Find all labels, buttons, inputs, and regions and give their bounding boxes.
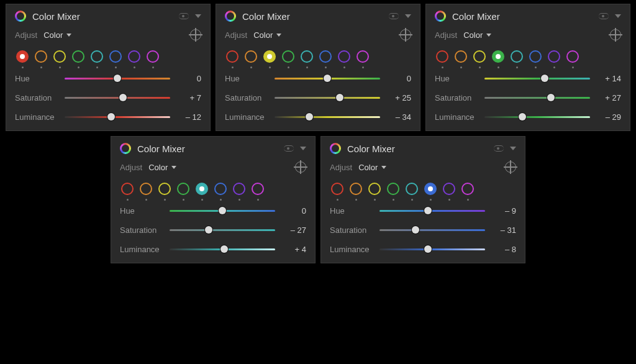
color-swatch-0[interactable] xyxy=(331,183,343,195)
targeted-adjustment-icon[interactable] xyxy=(505,162,516,173)
adjust-dropdown[interactable]: Color xyxy=(253,30,281,40)
sat-slider[interactable] xyxy=(379,229,485,231)
color-swatches xyxy=(15,48,201,65)
hue-slider[interactable] xyxy=(484,78,590,80)
adjust-dropdown[interactable]: Color xyxy=(148,163,176,172)
adjust-dropdown[interactable]: Color xyxy=(43,30,71,40)
targeted-adjustment-icon[interactable] xyxy=(610,29,621,40)
hue-thumb[interactable] xyxy=(114,75,121,82)
color-swatch-0[interactable] xyxy=(226,50,238,63)
panel-menu-icon[interactable] xyxy=(615,14,621,18)
visibility-icon[interactable] xyxy=(179,13,189,19)
sat-slider[interactable] xyxy=(65,97,170,99)
color-swatch-3[interactable] xyxy=(177,183,189,195)
panel-menu-icon[interactable] xyxy=(195,14,201,18)
color-swatch-4[interactable] xyxy=(91,50,103,63)
color-swatch-3[interactable] xyxy=(282,50,294,63)
chevron-down-icon xyxy=(171,166,176,169)
hue-slider[interactable] xyxy=(275,78,380,80)
color-swatch-3[interactable] xyxy=(387,183,399,195)
lum-slider[interactable] xyxy=(275,116,380,118)
color-swatch-1[interactable] xyxy=(455,50,467,63)
color-swatch-0[interactable] xyxy=(121,183,134,195)
color-swatch-5[interactable] xyxy=(319,50,332,63)
color-swatch-1[interactable] xyxy=(140,183,152,195)
color-swatch-2[interactable] xyxy=(263,50,276,63)
color-swatch-6[interactable] xyxy=(128,50,140,63)
color-swatch-4[interactable] xyxy=(196,183,208,195)
color-swatch-7[interactable] xyxy=(357,50,369,63)
targeted-adjustment-icon[interactable] xyxy=(400,29,411,40)
color-swatch-3[interactable] xyxy=(492,50,504,63)
color-swatch-5[interactable] xyxy=(529,50,542,63)
color-swatch-6[interactable] xyxy=(233,183,245,195)
color-mixer-panel-0: Color Mixer Adjust Color xyxy=(6,4,211,131)
targeted-adjustment-icon[interactable] xyxy=(190,29,201,40)
hue-thumb[interactable] xyxy=(541,75,548,82)
lum-thumb[interactable] xyxy=(107,113,115,121)
hue-slider[interactable] xyxy=(65,78,170,80)
chevron-down-icon xyxy=(276,34,281,37)
hue-label: Hue xyxy=(120,206,163,216)
sat-thumb[interactable] xyxy=(336,94,343,101)
adjust-dropdown[interactable]: Color xyxy=(463,30,491,40)
lum-value: – 12 xyxy=(176,112,201,122)
lum-slider[interactable] xyxy=(170,248,275,250)
color-swatch-5[interactable] xyxy=(214,183,227,195)
hue-thumb[interactable] xyxy=(219,207,226,214)
sat-thumb[interactable] xyxy=(412,226,419,234)
color-swatch-2[interactable] xyxy=(158,183,171,195)
sat-slider[interactable] xyxy=(275,97,380,99)
lum-slider[interactable] xyxy=(65,116,170,118)
chevron-down-icon xyxy=(381,166,386,169)
lum-thumb[interactable] xyxy=(220,245,228,253)
color-swatch-6[interactable] xyxy=(338,50,350,63)
color-swatch-1[interactable] xyxy=(35,50,47,63)
sat-thumb[interactable] xyxy=(547,94,555,101)
lum-value: – 8 xyxy=(491,245,516,254)
visibility-icon[interactable] xyxy=(389,13,399,19)
color-swatch-7[interactable] xyxy=(252,183,264,195)
visibility-icon[interactable] xyxy=(599,13,609,19)
color-swatch-5[interactable] xyxy=(109,50,122,63)
lum-slider[interactable] xyxy=(484,116,590,118)
lum-thumb[interactable] xyxy=(306,113,313,121)
sat-thumb[interactable] xyxy=(205,226,212,234)
color-swatch-4[interactable] xyxy=(301,50,313,63)
panel-menu-icon[interactable] xyxy=(405,14,411,18)
color-swatch-7[interactable] xyxy=(566,50,579,63)
color-swatch-2[interactable] xyxy=(53,50,66,63)
color-swatch-7[interactable] xyxy=(147,50,159,63)
hue-value: 0 xyxy=(386,74,411,83)
lum-thumb[interactable] xyxy=(424,245,432,253)
color-swatch-0[interactable] xyxy=(16,50,29,63)
visibility-icon[interactable] xyxy=(494,145,504,152)
color-swatch-4[interactable] xyxy=(406,183,418,195)
color-swatch-6[interactable] xyxy=(443,183,455,195)
color-swatch-7[interactable] xyxy=(461,183,474,195)
color-swatch-2[interactable] xyxy=(368,183,381,195)
color-swatch-0[interactable] xyxy=(436,50,448,63)
color-swatch-6[interactable] xyxy=(548,50,560,63)
color-swatch-2[interactable] xyxy=(473,50,486,63)
color-swatch-1[interactable] xyxy=(245,50,257,63)
color-swatch-4[interactable] xyxy=(511,50,523,63)
panel-menu-icon[interactable] xyxy=(510,147,516,150)
color-swatch-5[interactable] xyxy=(424,183,437,195)
lum-thumb[interactable] xyxy=(519,113,526,121)
hue-thumb[interactable] xyxy=(324,75,331,82)
sat-thumb[interactable] xyxy=(119,94,127,101)
hue-thumb[interactable] xyxy=(424,207,432,214)
adjust-dropdown[interactable]: Color xyxy=(358,163,386,172)
lum-slider[interactable] xyxy=(379,248,485,250)
hue-slider[interactable] xyxy=(379,210,485,212)
visibility-icon[interactable] xyxy=(284,145,294,152)
panel-menu-icon[interactable] xyxy=(300,147,306,150)
sat-slider[interactable] xyxy=(170,229,275,231)
color-swatch-3[interactable] xyxy=(72,50,84,63)
panel-title: Color Mixer xyxy=(452,11,593,22)
targeted-adjustment-icon[interactable] xyxy=(295,162,306,173)
sat-slider[interactable] xyxy=(484,97,590,99)
hue-slider[interactable] xyxy=(170,210,275,212)
color-swatch-1[interactable] xyxy=(350,183,362,195)
